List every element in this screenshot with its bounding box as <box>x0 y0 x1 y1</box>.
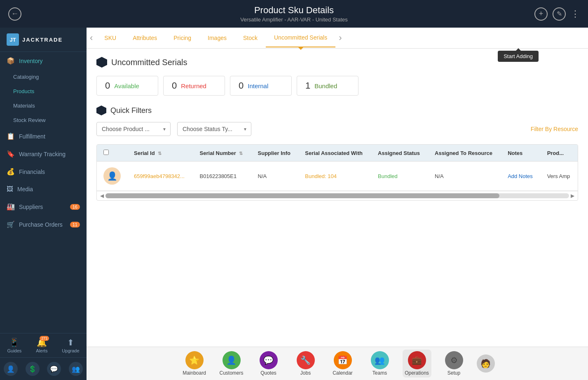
mainboard-icon: ⭐ <box>185 351 204 369</box>
col-assigned-status: Assigned Status <box>371 145 428 162</box>
table-body: 👤 659f99aeb4798342... B016223805E1 N/A B… <box>97 162 578 191</box>
sidebar-item-fulfillment[interactable]: 📋 Fulfillment <box>0 127 87 145</box>
sidebar-label-fulfillment: Fulfillment <box>19 133 45 140</box>
purchase-orders-badge: 11 <box>70 222 80 228</box>
tab-images[interactable]: Images <box>199 29 235 47</box>
serial-id-link[interactable]: 659f99aeb4798342... <box>134 173 185 179</box>
add-button[interactable]: + <box>534 7 548 21</box>
back-button[interactable]: ← <box>8 7 21 21</box>
stat-internal[interactable]: 0 Internal <box>230 76 292 96</box>
sidebar-label-media: Media <box>17 186 33 192</box>
scrollbar-track[interactable] <box>105 193 569 198</box>
select-all-checkbox[interactable] <box>103 150 109 155</box>
bottom-nav-setup[interactable]: ⚙ Setup <box>440 351 469 376</box>
bottom-nav-jobs[interactable]: 🔧 Jobs <box>291 351 320 376</box>
bottom-nav-mainboard[interactable]: ⭐ Mainboard <box>180 351 209 376</box>
sidebar-item-stock-review[interactable]: Stock Review <box>0 113 87 127</box>
stat-returned-label: Returned <box>181 82 206 89</box>
stat-available-number: 0 <box>105 80 110 91</box>
upgrade-button[interactable]: ⬆ Upgrade <box>62 338 79 353</box>
status-filter-wrap: Choose Status Ty... ▼ <box>177 122 251 136</box>
tab-uncommitted-serials[interactable]: Uncommitted Serials <box>266 28 335 47</box>
sidebar-item-media[interactable]: 🖼 Media <box>0 181 87 198</box>
add-notes-link[interactable]: Add Notes <box>508 173 534 179</box>
table-header: Serial Id ⇅ Serial Number ⇅ Supplier Inf… <box>97 145 578 162</box>
tab-pricing[interactable]: Pricing <box>165 29 199 47</box>
tab-bar: ‹ SKU Attributes Pricing Images Stock Un… <box>87 28 588 49</box>
inventory-icon: 📦 <box>7 57 15 65</box>
calendar-label: Calendar <box>333 370 353 376</box>
stat-available[interactable]: 0 Available <box>96 76 158 96</box>
hex-icon <box>96 57 107 68</box>
bundled-link[interactable]: Bundled: 104 <box>305 173 337 179</box>
fulfillment-icon: 📋 <box>7 132 15 140</box>
table-row: 👤 659f99aeb4798342... B016223805E1 N/A B… <box>97 162 578 191</box>
edit-button[interactable]: ✎ <box>553 7 566 21</box>
quick-filters-header: Quick Filters <box>96 106 578 115</box>
user-icon-1[interactable]: 👤 <box>4 362 18 376</box>
bottom-nav-operations[interactable]: 💼 Operations <box>403 350 431 378</box>
tab-stock[interactable]: Stock <box>235 29 266 47</box>
customers-label: Customers <box>219 370 243 376</box>
sidebar-label-financials: Financials <box>19 169 45 175</box>
bottom-nav-calendar[interactable]: 📅 Calendar <box>328 351 357 376</box>
alerts-button[interactable]: 🔔 271 Alerts <box>36 338 47 353</box>
more-button[interactable]: ⋮ <box>571 9 580 19</box>
scroll-left-arrow[interactable]: ◀ <box>100 193 104 199</box>
serials-table: Serial Id ⇅ Serial Number ⇅ Supplier Inf… <box>97 145 578 191</box>
bottom-nav-teams[interactable]: 👥 Teams <box>365 351 394 376</box>
header-center: Product Sku Details Versatile Amplifier … <box>240 5 348 23</box>
filter-row: Choose Product ... ▼ Choose Status Ty...… <box>96 122 578 136</box>
sidebar-item-warranty[interactable]: 🔖 Warranty Tracking <box>0 145 87 163</box>
sidebar-logo: JT JACKTRADE <box>0 28 87 52</box>
assigned-status-value: Bundled <box>378 173 398 179</box>
sidebar-item-cataloging[interactable]: Cataloging <box>0 70 87 84</box>
start-adding-tooltip: Start Adding <box>498 51 539 62</box>
col-product: Prod... <box>541 145 578 162</box>
product-filter-select[interactable]: Choose Product ... <box>96 122 171 136</box>
upgrade-label: Upgrade <box>62 348 79 353</box>
stat-returned[interactable]: 0 Returned <box>163 76 225 96</box>
sidebar-item-suppliers[interactable]: 🏭 Suppliers 16 <box>0 198 87 216</box>
serial-id-sort-icon[interactable]: ⇅ <box>158 151 162 156</box>
mainboard-label: Mainboard <box>183 370 206 376</box>
page-subtitle: Versatile Amplifier - AAR-VAR - United S… <box>240 16 348 23</box>
sidebar-item-materials[interactable]: Materials <box>0 99 87 113</box>
sidebar-item-purchase-orders[interactable]: 🛒 Purchase Orders 11 <box>0 216 87 233</box>
user-profile-avatar[interactable]: 🧑 <box>477 354 495 373</box>
stat-internal-label: Internal <box>248 82 268 89</box>
table-container: Serial Id ⇅ Serial Number ⇅ Supplier Inf… <box>96 144 578 201</box>
stat-bundled-label: Bundled <box>314 82 337 89</box>
scrollbar-thumb <box>105 193 499 198</box>
user-icon-2[interactable]: 💲 <box>26 362 40 376</box>
tab-prev-button[interactable]: ‹ <box>87 28 96 48</box>
sidebar-item-inventory[interactable]: 📦 Inventory <box>0 52 87 70</box>
bottom-nav-quotes[interactable]: 💬 Quotes <box>254 351 283 376</box>
sidebar-item-financials[interactable]: 💰 Financials <box>0 163 87 181</box>
scroll-right-arrow[interactable]: ▶ <box>571 193 574 199</box>
tab-next-button[interactable]: › <box>335 28 345 48</box>
col-assigned-resource: Assigned To Resource <box>428 145 501 162</box>
tab-sku[interactable]: SKU <box>96 29 124 47</box>
quick-filters-section: Quick Filters Choose Product ... ▼ Choos… <box>96 106 578 136</box>
row-supplier-info-cell: N/A <box>251 162 299 191</box>
status-filter-select[interactable]: Choose Status Ty... <box>177 122 251 136</box>
user-icon-4[interactable]: 👥 <box>69 362 83 376</box>
col-serial-id: Serial Id ⇅ <box>127 145 193 162</box>
col-serial-number: Serial Number ⇅ <box>193 145 251 162</box>
stat-bundled[interactable]: 1 Bundled <box>297 76 358 96</box>
row-serial-associated-cell: Bundled: 104 <box>298 162 371 191</box>
sidebar-item-products[interactable]: Products <box>0 84 87 99</box>
filter-by-resource-link[interactable]: Filter By Resource <box>531 126 578 132</box>
tab-attributes[interactable]: Attributes <box>124 29 165 47</box>
bottom-nav-customers[interactable]: 👤 Customers <box>217 351 246 376</box>
uncommitted-serials-title: Uncommitted Serials <box>111 58 187 67</box>
suppliers-badge: 16 <box>70 204 80 210</box>
upgrade-icon: ⬆ <box>67 338 74 347</box>
row-serial-number-cell: B016223805E1 <box>193 162 251 191</box>
logo-icon: JT <box>7 33 19 46</box>
serial-number-sort-icon[interactable]: ⇅ <box>239 151 243 156</box>
user-icon-3[interactable]: 💬 <box>47 362 61 376</box>
guides-button[interactable]: 📱 Guides <box>7 338 21 353</box>
row-assigned-resource-cell: N/A <box>428 162 501 191</box>
